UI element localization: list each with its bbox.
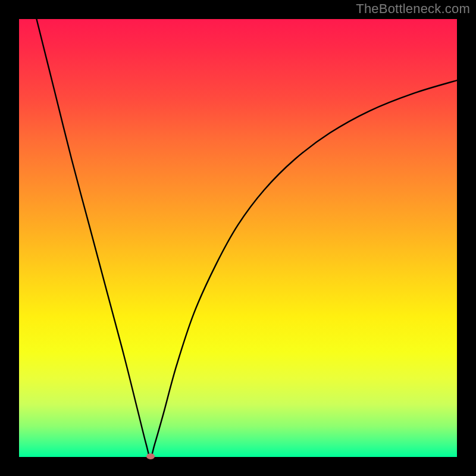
bottleneck-curve (36, 19, 457, 457)
curve-svg (19, 19, 457, 457)
chart-container: TheBottleneck.com (0, 0, 476, 476)
watermark-text: TheBottleneck.com (356, 1, 470, 17)
optimum-marker (146, 453, 155, 459)
plot-area (19, 19, 457, 457)
